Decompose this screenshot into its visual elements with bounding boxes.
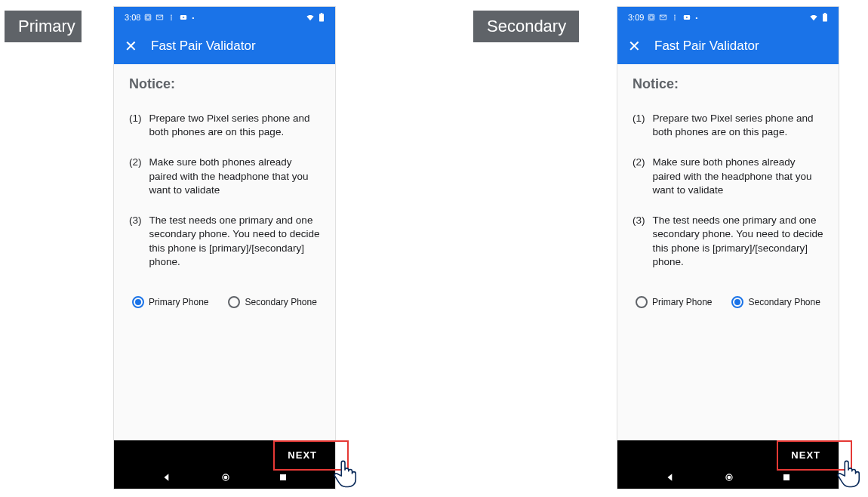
gmail-icon (155, 14, 164, 21)
battery-icon (319, 13, 325, 22)
step-1-num: (1) (129, 112, 142, 139)
step-2-text: Make sure both phones already paired wit… (149, 156, 321, 197)
tag-secondary-text: Secondary (487, 17, 566, 36)
svg-rect-1 (146, 16, 149, 19)
step-1-num: (1) (633, 112, 645, 139)
bottom-bar: NEXT (114, 440, 335, 489)
step-1-text: Prepare two Pixel series phone and both … (653, 112, 824, 139)
screenshot-icon (648, 14, 655, 21)
step-3: (3) The test needs one primary and one s… (633, 214, 823, 269)
gmail-icon (659, 14, 667, 21)
radio-primary[interactable]: Primary Phone (636, 296, 712, 308)
antenna-icon (168, 14, 175, 21)
nav-back-icon[interactable] (162, 472, 172, 483)
step-2: (2) Make sure both phones already paired… (633, 156, 823, 197)
cursor-hand-icon (332, 459, 358, 488)
status-time: 3:08 (125, 13, 140, 22)
dot-icon: • (695, 14, 697, 21)
status-left: 3:09 • (628, 13, 697, 22)
youtube-icon (682, 14, 691, 21)
step-1: (1) Prepare two Pixel series phone and b… (633, 112, 823, 139)
radio-secondary-icon (731, 296, 743, 308)
step-2-num: (2) (129, 156, 142, 197)
svg-rect-12 (824, 13, 826, 14)
svg-rect-7 (280, 474, 286, 480)
tag-primary: Primary (5, 11, 82, 42)
content-area: Notice: (1) Prepare two Pixel series pho… (617, 64, 839, 442)
step-1: (1) Prepare two Pixel series phone and b… (129, 112, 320, 139)
notice-heading: Notice: (129, 76, 320, 92)
radio-primary-label: Primary Phone (652, 297, 712, 307)
title-bar: ✕ Fast Pair Validator (114, 28, 335, 64)
step-2-num: (2) (633, 156, 645, 197)
app-title: Fast Pair Validator (654, 39, 759, 54)
svg-rect-4 (321, 13, 322, 14)
bottom-bar: NEXT (617, 440, 839, 489)
close-icon[interactable]: ✕ (628, 39, 641, 54)
app-title: Fast Pair Validator (151, 39, 256, 54)
android-nav (114, 466, 335, 489)
radio-primary-icon (636, 296, 648, 308)
status-bar: 3:09 • (617, 7, 839, 28)
step-3-num: (3) (633, 214, 645, 269)
radio-secondary[interactable]: Secondary Phone (731, 296, 820, 308)
next-button-label: NEXT (791, 449, 820, 461)
nav-recents-icon[interactable] (782, 473, 791, 482)
cursor-hand-icon (836, 459, 861, 488)
radio-secondary-label: Secondary Phone (245, 297, 316, 307)
svg-rect-9 (650, 16, 653, 19)
phone-secondary: 3:09 • (617, 6, 839, 489)
svg-point-6 (223, 476, 227, 480)
step-3-text: The test needs one primary and one secon… (653, 214, 824, 269)
step-2: (2) Make sure both phones already paired… (129, 156, 320, 197)
nav-home-icon[interactable] (724, 472, 734, 483)
tag-secondary: Secondary (473, 11, 579, 42)
radio-secondary-icon (228, 296, 240, 308)
next-button-label: NEXT (288, 449, 317, 461)
step-3: (3) The test needs one primary and one s… (129, 214, 320, 269)
title-bar: ✕ Fast Pair Validator (617, 28, 839, 64)
youtube-icon (179, 14, 188, 21)
phone-primary: 3:08 • (113, 6, 336, 489)
radio-secondary[interactable]: Secondary Phone (228, 296, 316, 308)
content-area: Notice: (1) Prepare two Pixel series pho… (114, 64, 335, 442)
status-right (808, 13, 828, 22)
step-3-num: (3) (129, 214, 142, 269)
nav-back-icon[interactable] (665, 472, 676, 483)
svg-rect-11 (823, 14, 827, 21)
svg-point-14 (727, 476, 731, 480)
status-time: 3:09 (628, 13, 644, 22)
nav-home-icon[interactable] (220, 472, 231, 483)
status-bar: 3:08 • (114, 7, 335, 28)
step-1-text: Prepare two Pixel series phone and both … (149, 112, 321, 139)
android-nav (617, 466, 839, 489)
radio-primary-label: Primary Phone (149, 297, 208, 307)
radio-secondary-label: Secondary Phone (748, 297, 820, 307)
status-right (305, 13, 325, 22)
radio-group: Primary Phone Secondary Phone (633, 296, 823, 308)
dot-icon: • (192, 14, 194, 21)
svg-rect-3 (319, 14, 324, 21)
status-left: 3:08 • (125, 13, 194, 22)
radio-primary-icon (132, 296, 144, 308)
notice-heading: Notice: (633, 76, 823, 92)
wifi-icon (808, 14, 819, 22)
svg-rect-0 (146, 14, 152, 20)
svg-rect-15 (783, 474, 790, 480)
tag-primary-text: Primary (18, 17, 75, 36)
wifi-icon (305, 14, 315, 22)
close-icon[interactable]: ✕ (125, 39, 137, 54)
step-3-text: The test needs one primary and one secon… (149, 214, 321, 269)
step-2-text: Make sure both phones already paired wit… (653, 156, 824, 197)
screenshot-icon (144, 14, 152, 21)
nav-recents-icon[interactable] (279, 473, 288, 482)
antenna-icon (671, 14, 679, 21)
radio-group: Primary Phone Secondary Phone (129, 296, 320, 308)
svg-rect-8 (649, 14, 655, 20)
radio-primary[interactable]: Primary Phone (132, 296, 208, 308)
battery-icon (822, 13, 828, 22)
